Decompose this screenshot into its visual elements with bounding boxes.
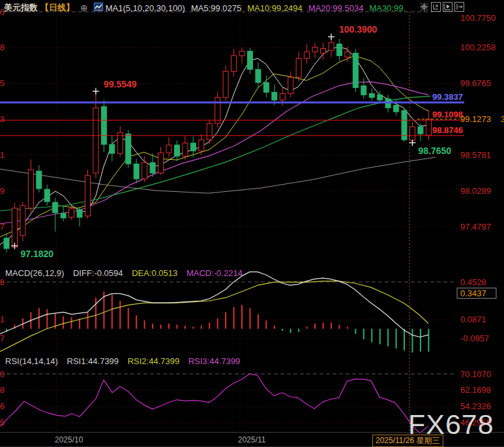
svg-text:98.8746: 98.8746 (432, 125, 463, 135)
chart-header: 美元指数 【日线】 ⊕ MA1(5,10,20,30,100) MA5:99.0… (4, 1, 406, 14)
ma5-value: MA5:99.0275 (191, 3, 241, 13)
svg-text:1: 1 (0, 150, 5, 160)
svg-text:0.3437: 0.3437 (460, 288, 486, 298)
price-chart-svg[interactable]: 99.383799.109898.874699.12733100.7750010… (0, 0, 504, 447)
svg-text:0.4528: 0.4528 (460, 277, 486, 287)
ma30-value: MA30:99. (369, 3, 406, 13)
svg-text:98.7650: 98.7650 (419, 146, 452, 156)
svg-text:3: 3 (0, 114, 5, 124)
scale-axis-icon[interactable] (431, 2, 441, 12)
kline-chart-icon[interactable] (94, 3, 103, 13)
svg-text:99.6765: 99.6765 (460, 78, 491, 88)
svg-text:99.1098: 99.1098 (432, 110, 463, 119)
shift-right-icon[interactable] (454, 2, 464, 12)
svg-text:100.2258: 100.2258 (460, 42, 496, 52)
rsi-params-label: RSI(14,14,14) (5, 356, 58, 366)
macd-dea-value: DEA:0.0513 (132, 268, 177, 278)
rsi1-value: RSI1:44.7399 (67, 356, 119, 366)
play-forward-icon[interactable] (443, 2, 452, 12)
crosshair-tool-icon[interactable] (419, 2, 429, 12)
macd-axis-tag: 0.3437 (457, 288, 496, 298)
macd-header: MACD(26,12,9) DIFF:-0.0594 DEA:0.0513 MA… (5, 268, 249, 278)
fx678-watermark: FX678 (408, 410, 494, 439)
svg-text:8: 8 (0, 277, 5, 287)
svg-text:8: 8 (0, 385, 5, 395)
macd-pane: 0.452880.08711-0.09577 (0, 272, 489, 353)
svg-text:0: 0 (0, 369, 5, 379)
macd-macd-value: MACD:-0.2214 (186, 268, 243, 278)
add-overlay-icon[interactable]: ⊕ (80, 3, 88, 13)
svg-text:100.3900: 100.3900 (339, 24, 378, 35)
svg-text:6: 6 (0, 401, 5, 411)
chart-window: 99.383799.109898.874699.12733100.7750010… (0, 0, 504, 447)
svg-text:1: 1 (0, 315, 5, 324)
svg-text:70.1070: 70.1070 (460, 369, 491, 379)
svg-text:5: 5 (0, 418, 5, 427)
instrument-title: 美元指数 (4, 2, 38, 14)
chart-canvas[interactable]: 99.383799.109898.874699.12733100.7750010… (0, 0, 504, 447)
svg-text:7: 7 (0, 222, 5, 232)
rsi3-value: RSI3:44.7399 (188, 356, 241, 366)
x-axis-label-oct: 2025/10 (55, 435, 83, 444)
ma20-value: MA20:99.5034 (308, 3, 364, 13)
rsi2-value: RSI2:44.7399 (128, 356, 180, 366)
macd-diff-value: DIFF:-0.0594 (73, 268, 123, 278)
period-label: 【日线】 (40, 2, 74, 14)
svg-text:99.5549: 99.5549 (104, 79, 137, 89)
svg-text:9: 9 (0, 186, 5, 196)
svg-text:97.4797: 97.4797 (460, 222, 491, 232)
svg-text:7: 7 (0, 333, 5, 343)
svg-text:5: 5 (0, 78, 5, 88)
ma10-value: MA10:99.2494 (247, 3, 303, 13)
svg-text:99.3837: 99.3837 (432, 92, 463, 102)
svg-text:-0.0957: -0.0957 (460, 333, 489, 343)
svg-text:97.1820: 97.1820 (20, 249, 53, 259)
svg-text:100.7750: 100.7750 (460, 13, 496, 23)
svg-text:98.5781: 98.5781 (460, 150, 491, 160)
rsi-header: RSI(14,14,14) RSI1:44.7399 RSI2:44.7399 … (5, 356, 246, 366)
chart-toolbar (419, 2, 464, 12)
svg-text:0.0871: 0.0871 (460, 315, 486, 324)
x-axis-label-nov: 2025/11 (238, 435, 266, 444)
ma-settings-label: MA1(5,10,20,30,100) (106, 3, 185, 13)
svg-text:8: 8 (0, 42, 5, 52)
svg-text:99.1273: 99.1273 (460, 114, 491, 124)
svg-text:98.0289: 98.0289 (460, 186, 491, 196)
svg-text:62.1698: 62.1698 (460, 385, 491, 395)
svg-text:3: 3 (501, 114, 504, 124)
macd-params-label: MACD(26,12,9) (5, 268, 64, 278)
candlestick-series (4, 37, 431, 252)
